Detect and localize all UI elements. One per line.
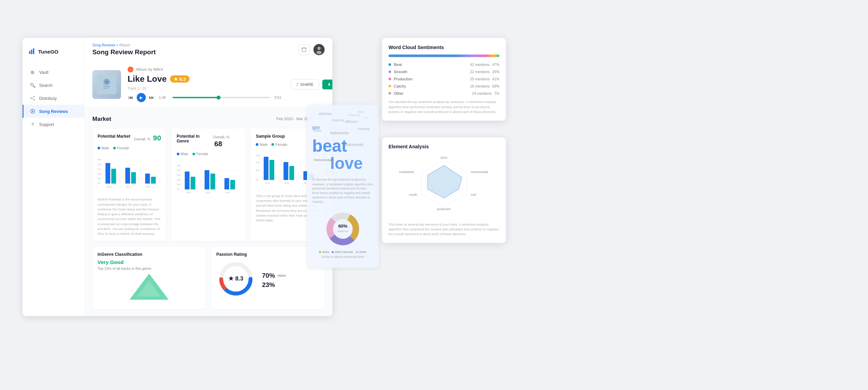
sidebar-item-search-label: Search xyxy=(39,83,53,88)
track-counter: Track 1 / 10 xyxy=(128,87,284,90)
sentiment-other-stats: 24 mentions 7% xyxy=(472,91,500,95)
svg-text:0%: 0% xyxy=(98,182,100,184)
app-container: TuneGO ⊞ Vault 🔍 Search xyxy=(23,38,333,316)
svg-point-14 xyxy=(317,51,322,54)
svg-rect-40 xyxy=(145,173,150,183)
svg-text:0%: 0% xyxy=(256,179,259,181)
sidebar-item-search[interactable]: 🔍 Search xyxy=(23,79,84,92)
production-color xyxy=(389,78,391,80)
sentiment-beat-label: Beat xyxy=(389,62,402,67)
svg-rect-36 xyxy=(105,163,110,184)
passion-rating-content: ★ 8.3 70% HIGH 23% xyxy=(216,259,319,298)
svg-text:25-34: 25-34 xyxy=(205,192,210,194)
svg-text:16-24: 16-24 xyxy=(186,192,191,194)
search-icon: 🔍 xyxy=(30,82,35,88)
sentiment-side-panel: chorus inspiring relaxing different flow… xyxy=(307,105,379,268)
donut-legend: alone Metro Boomin Usher xyxy=(319,251,367,254)
in-genre-triangle xyxy=(98,271,201,303)
svg-rect-76 xyxy=(284,162,288,180)
word-cloud-desc: You decided the top sentiment analysis b… xyxy=(389,100,500,114)
passion-stats: 70% HIGH 23% xyxy=(262,272,286,288)
svg-text:18%: 18% xyxy=(98,177,101,180)
breadcrumb-song-reviews[interactable]: Song Reviews xyxy=(92,43,115,47)
charts-grid: Potential Market Overall, % 90 Male Fema… xyxy=(92,128,324,241)
svg-text:audience: audience xyxy=(338,230,348,233)
beat-color xyxy=(389,63,391,66)
sentiment-row-catchy: Catchy 16 mentions 69% xyxy=(389,84,500,88)
svg-rect-39 xyxy=(131,172,136,184)
sidebar-item-song-reviews-label: Song Reviews xyxy=(39,109,68,114)
svg-line-7 xyxy=(31,98,34,100)
sidebar-item-support-label: Support xyxy=(39,122,54,127)
market-section: Market Feb 2020 - Mar 2020 xyxy=(84,108,332,316)
legend-female-3: Female xyxy=(272,142,287,146)
svg-text:production: production xyxy=(437,207,451,211)
sentiment-bar xyxy=(389,55,500,57)
logo-text: TuneGO xyxy=(38,49,58,55)
download-pdf-button[interactable]: ⬇ DOWNLOAD PDF xyxy=(322,79,332,89)
potential-market-header: Potential Market Overall, % 90 xyxy=(98,134,161,142)
breadcrumb-separator: > xyxy=(116,43,119,47)
svg-text:vocals: vocals xyxy=(409,193,417,196)
word-new: new xyxy=(363,116,368,119)
play-button[interactable]: ▶ xyxy=(137,93,146,102)
element-analysis-panel: Element Analysis lyrics instrumentals so… xyxy=(382,137,506,243)
word-beat: beat xyxy=(312,136,347,156)
word-inspiring: inspiring xyxy=(332,118,344,122)
word-flow3: flow xyxy=(314,128,321,133)
share-button[interactable]: ⤴ SHARE xyxy=(291,79,319,89)
sidebar-item-song-reviews[interactable]: Song Reviews xyxy=(23,105,84,118)
content-header: Song Reviews > Report Song Review Report xyxy=(84,38,332,61)
word-instrumentals: instrumentals xyxy=(314,158,333,162)
sidebar-item-vault[interactable]: ⊞ Vault xyxy=(23,66,84,79)
sentiment-catchy-stats: 16 mentions 69% xyxy=(470,84,499,88)
svg-text:25-34: 25-34 xyxy=(284,182,289,184)
in-genre-title: InGenre Classification xyxy=(98,252,201,256)
track-title: Like Love ★ 8.3 xyxy=(128,74,284,84)
svg-rect-10 xyxy=(302,47,306,51)
user-avatar[interactable] xyxy=(313,44,324,55)
svg-text:instrumentals: instrumentals xyxy=(471,170,488,174)
rewind-button[interactable]: ⏮ xyxy=(128,94,134,101)
svg-text:16-24: 16-24 xyxy=(107,186,112,188)
radar-chart: lyrics instrumentals soul production voc… xyxy=(398,154,490,219)
audio-progress-bar[interactable] xyxy=(173,97,271,98)
sidebar-item-distributy[interactable]: Distributy xyxy=(23,92,84,105)
rating-badge: ★ 8.3 xyxy=(170,75,190,82)
svg-text:35-44: 35-44 xyxy=(146,186,151,188)
potential-market-bars: 90% 72% 54% 36% 18% 0% xyxy=(98,154,161,193)
svg-text:lyrics: lyrics xyxy=(441,156,447,159)
track-album-label: ♪ Album by MArX xyxy=(128,67,284,72)
vault-icon: ⊞ xyxy=(30,69,35,74)
rating-value: 8.3 xyxy=(179,76,185,81)
fast-forward-button[interactable]: ⏭ xyxy=(148,94,155,101)
potential-in-genre-overall: Overall, % 68 xyxy=(213,134,240,148)
svg-rect-19 xyxy=(103,88,108,89)
element-analysis-desc: This looks at several key elements of yo… xyxy=(389,222,500,237)
header-actions xyxy=(298,44,324,55)
passion-stat-23: 23% xyxy=(262,281,286,289)
svg-line-6 xyxy=(31,96,34,98)
svg-point-9 xyxy=(32,111,33,112)
market-section-header: Market Feb 2020 - Mar 2020 xyxy=(92,114,324,124)
audio-time-start: 1:46 xyxy=(159,95,169,99)
breadcrumb-report[interactable]: Report xyxy=(119,43,130,47)
legend-female-2: Female xyxy=(192,152,208,156)
sentiment-smooth-stats: 22 mentions 26% xyxy=(470,70,499,73)
legend-male: Male xyxy=(98,146,109,150)
svg-rect-37 xyxy=(111,169,116,184)
sentiment-row-smooth: Smooth 22 mentions 26% xyxy=(389,69,500,74)
svg-text:90%: 90% xyxy=(177,164,181,167)
potential-in-genre-legend: Male Female xyxy=(177,152,240,156)
sidebar-item-support[interactable]: ? Support xyxy=(23,118,84,131)
distributy-icon xyxy=(30,95,35,101)
svg-text:72%: 72% xyxy=(177,169,181,171)
svg-text:100%: 100% xyxy=(256,154,261,157)
sentiment-beat-stats: 42 mentions 47% xyxy=(470,62,499,66)
logo-icon xyxy=(29,48,36,56)
svg-rect-60 xyxy=(210,174,215,190)
donut-desc: Similar to above mentioned artist xyxy=(321,255,364,259)
edit-button[interactable] xyxy=(298,44,309,55)
audio-player: ⏮ ▶ ⏭ 1:46 3:51 xyxy=(128,93,284,102)
app-logo: TuneGO xyxy=(23,48,84,66)
